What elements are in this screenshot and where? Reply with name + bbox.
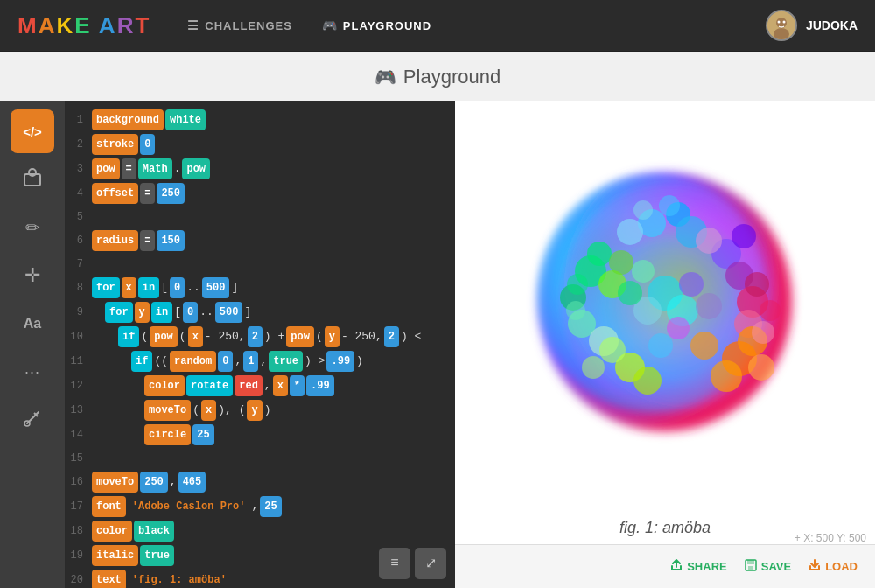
svg-point-55	[752, 321, 774, 344]
more-icon: ···	[24, 363, 40, 382]
sidebar-code-btn[interactable]: </>	[10, 109, 54, 153]
svg-point-53	[634, 200, 653, 220]
nav-challenges[interactable]: ☰ CHALLENGES	[177, 13, 303, 38]
code-line-12: 12 color rotate red , x* .99	[66, 374, 455, 398]
code-line-10: 10 if (pow( x - 250, 2 ) + pow( y - 250,…	[66, 325, 455, 349]
token-250b: 250	[140, 472, 168, 493]
token-true: true	[269, 351, 303, 372]
svg-point-35	[599, 337, 626, 363]
token-red: red	[234, 375, 262, 396]
svg-rect-57	[747, 560, 754, 564]
token-500: 500	[202, 277, 230, 298]
art-canvas	[516, 158, 814, 455]
code-line-8: 8 for x in [ 0 .. 500 ]	[66, 276, 455, 300]
user-area: JUDOKA	[766, 10, 858, 41]
sidebar-text-btn[interactable]: Aa	[10, 302, 54, 346]
token-in2: in	[151, 302, 172, 323]
token-black: black	[134, 521, 174, 542]
token-for2: for	[105, 302, 133, 323]
svg-point-3	[777, 21, 780, 24]
svg-point-41	[609, 250, 634, 275]
load-btn[interactable]: LOAD	[808, 559, 858, 574]
format-icon: ≡	[390, 556, 399, 571]
svg-point-4	[782, 21, 785, 24]
token-25: 25	[192, 424, 214, 445]
coords-display: + X: 500 Y: 500	[794, 532, 866, 544]
svg-point-44	[667, 317, 690, 340]
token-eq3: =	[140, 230, 155, 251]
token-circle: circle	[144, 424, 191, 445]
sidebar-more-btn[interactable]: ···	[10, 350, 54, 394]
code-line-17: 17 font 'Adobe Caslon Pro' , 25	[66, 494, 455, 519]
load-label: LOAD	[825, 560, 858, 573]
token-x4: x	[201, 400, 216, 421]
sidebar-pencil-btn[interactable]: ✏	[10, 206, 54, 249]
canvas-area	[455, 101, 875, 512]
code-editor[interactable]: 1 background white 2 stroke 0 3 pow = Ma…	[66, 101, 455, 588]
token-0c: 0	[218, 351, 233, 372]
sidebar-shapes-btn[interactable]	[10, 158, 54, 201]
sidebar-eyedropper-btn[interactable]	[10, 398, 54, 442]
token-font-name: 'Adobe Caslon Pro'	[128, 496, 250, 517]
code-line-4: 4 offset = 250	[66, 181, 455, 206]
code-line-15: 15	[66, 447, 455, 470]
share-btn[interactable]: SHARE	[670, 559, 727, 574]
token-if2: if	[131, 351, 152, 372]
token-moveto: moveTo	[144, 400, 191, 421]
token-random: random	[170, 351, 216, 372]
code-line-1: 1 background white	[66, 108, 455, 132]
token-font: font	[92, 496, 126, 517]
text-icon: Aa	[24, 316, 41, 332]
token-true2: true	[140, 545, 174, 566]
token-rotate: rotate	[186, 375, 233, 396]
code-line-7: 7	[66, 253, 455, 276]
gamepad-icon: 🎮	[322, 18, 338, 32]
token-0: 0	[140, 134, 155, 155]
code-icon: </>	[23, 124, 42, 139]
shapes-icon	[23, 168, 42, 192]
sidebar: </> ✏ ✛ Aa ···	[0, 101, 66, 588]
sidebar-move-btn[interactable]: ✛	[10, 254, 54, 298]
username: JUDOKA	[806, 18, 858, 32]
nav-playground[interactable]: 🎮 PLAYGROUND	[312, 13, 442, 38]
token-99b: .99	[306, 375, 334, 396]
token-stroke: stroke	[92, 134, 138, 155]
token-y3: y	[247, 400, 262, 421]
svg-rect-58	[748, 566, 753, 570]
svg-point-42	[679, 272, 704, 297]
token-y: y	[135, 302, 150, 323]
svg-point-1	[776, 18, 787, 28]
preview-footer: SHARE SAVE LOAD	[455, 544, 875, 588]
svg-point-51	[582, 356, 605, 379]
expand-btn[interactable]: ⤢	[415, 548, 446, 579]
token-if: if	[118, 326, 139, 347]
code-line-6: 6 radius = 150	[66, 228, 455, 253]
hamburger-icon: ☰	[187, 18, 200, 32]
share-label: SHARE	[687, 560, 727, 573]
load-icon	[808, 559, 821, 574]
share-icon	[670, 559, 682, 574]
expand-icon: ⤢	[425, 555, 437, 572]
svg-point-49	[567, 274, 588, 295]
logo: MAKE ART	[18, 12, 150, 39]
save-btn[interactable]: SAVE	[745, 559, 791, 574]
token-2b: 2	[384, 326, 399, 347]
token-pow2: pow	[182, 158, 210, 179]
svg-point-29	[745, 272, 769, 297]
token-Math: Math	[138, 158, 172, 179]
format-btn[interactable]: ≡	[379, 548, 410, 579]
code-line-11: 11 if (( random 0 , 1 , true ) > .99 )	[66, 349, 455, 374]
token-0b: 0	[183, 302, 198, 323]
svg-point-25	[732, 224, 756, 248]
token-465: 465	[178, 472, 206, 493]
code-line-13: 13 moveTo (x), (y)	[66, 398, 455, 423]
token-for: for	[92, 277, 120, 298]
token-pow: pow	[92, 158, 120, 179]
svg-point-45	[648, 333, 673, 358]
token-500b: 500	[215, 302, 243, 323]
token-eq2: =	[140, 183, 155, 204]
token-offset: offset	[92, 183, 138, 204]
svg-point-36	[634, 367, 662, 395]
token-x2: x	[188, 326, 203, 347]
svg-point-47	[618, 281, 642, 305]
